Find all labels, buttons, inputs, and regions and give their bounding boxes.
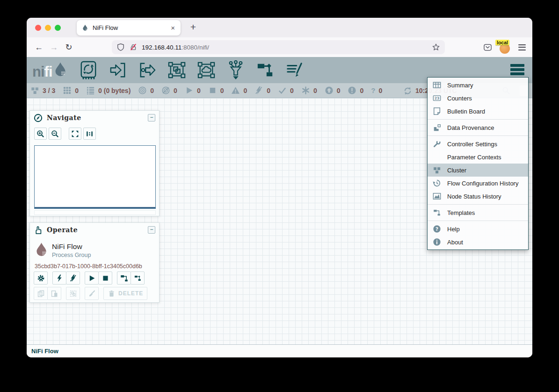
output-port-component-icon[interactable] <box>138 60 156 80</box>
url-field[interactable]: 192.168.40.11:8080/nifi/ <box>112 40 445 54</box>
invalid-warning-icon <box>231 86 240 95</box>
browser-tab[interactable]: NiFi Flow × <box>77 20 181 36</box>
window-close-button[interactable] <box>35 25 41 31</box>
firefox-menu-button[interactable] <box>518 44 526 50</box>
trash-icon <box>108 290 116 298</box>
selected-flow-id: 35cbd3b7-017b-1000-8bff-1c3405c00d6b <box>35 263 142 270</box>
zoom-out-icon <box>51 130 59 138</box>
zoom-in-button[interactable] <box>34 128 47 140</box>
menu-item-cluster[interactable]: Cluster <box>428 164 528 177</box>
zoom-actual-size-button[interactable] <box>83 128 96 140</box>
invalid-stat: 0 <box>231 86 247 95</box>
bolt-icon <box>56 274 64 282</box>
compass-icon <box>34 114 43 122</box>
menu-item-parameter-contexts[interactable]: Parameter Contexts <box>428 150 528 164</box>
navigate-collapse-button[interactable]: − <box>148 114 155 121</box>
active-threads-stat: 0 <box>63 86 79 95</box>
zoom-fit-button[interactable] <box>69 128 81 140</box>
birdseye-viewport-indicator[interactable] <box>35 207 155 208</box>
tracking-shield-icon[interactable] <box>116 43 125 51</box>
create-template-button[interactable] <box>117 271 131 285</box>
bulletin-note-icon <box>432 107 442 115</box>
disable-button[interactable] <box>66 271 80 285</box>
funnel-component-icon[interactable] <box>227 60 245 80</box>
wrench-icon <box>432 140 442 148</box>
process-group-component-icon[interactable] <box>168 60 186 80</box>
pocket-icon[interactable] <box>483 43 492 52</box>
copy-button[interactable] <box>34 287 48 300</box>
stop-icon <box>102 274 109 282</box>
input-port-component-icon[interactable] <box>109 60 127 80</box>
window-minimize-button[interactable] <box>45 25 51 31</box>
menu-item-node-status-history[interactable]: Node Status History <box>428 190 528 203</box>
group-button[interactable] <box>66 287 80 300</box>
template-component-icon[interactable] <box>256 60 274 80</box>
enable-button[interactable] <box>52 271 66 285</box>
menu-item-controller-settings[interactable]: Controller Settings <box>428 137 528 150</box>
nifi-drop-icon <box>53 61 67 79</box>
menu-item-about[interactable]: About <box>428 235 528 249</box>
menu-item-summary[interactable]: Summary <box>428 78 528 92</box>
upload-template-icon <box>134 274 142 282</box>
start-button[interactable] <box>85 271 99 285</box>
play-icon <box>88 274 96 282</box>
forward-button[interactable]: → <box>46 43 61 52</box>
delete-button[interactable]: DELETE <box>103 287 147 300</box>
process-group-drop-icon <box>35 242 48 259</box>
operate-collapse-button[interactable]: − <box>148 226 155 234</box>
menu-item-bulletin-board[interactable]: Bulletin Board <box>428 105 528 118</box>
birdseye-view[interactable] <box>34 145 156 209</box>
insecure-lock-icon[interactable] <box>129 43 138 51</box>
change-color-button[interactable] <box>85 287 99 300</box>
counters-icon <box>432 94 442 102</box>
menu-item-data-provenance[interactable]: Data Provenance <box>428 121 528 134</box>
stale-up-arrow-icon <box>325 86 334 95</box>
summary-table-icon <box>432 81 442 89</box>
back-button[interactable]: ← <box>31 43 46 52</box>
not-transmitting-icon <box>161 86 170 95</box>
cluster-cubes-icon <box>432 166 442 174</box>
operate-panel: Operate − NiFi Flow Process Group 35cbd3… <box>29 222 160 303</box>
bolt-slash-icon <box>69 274 77 282</box>
configuration-button[interactable] <box>34 271 48 285</box>
transmitting-icon <box>138 86 147 95</box>
url-text[interactable]: 192.168.40.11:8080/nifi/ <box>142 44 432 51</box>
upload-template-button[interactable] <box>131 271 145 285</box>
logo-text-fi: fi <box>44 64 52 79</box>
threads-grid-icon <box>63 86 72 95</box>
operate-panel-title: Operate <box>47 226 148 234</box>
stopped-stat: 0 <box>208 86 224 95</box>
new-tab-button[interactable]: + <box>186 21 200 35</box>
menu-item-templates[interactable]: Templates <box>428 206 528 219</box>
processor-component-icon[interactable] <box>80 60 97 80</box>
up-to-date-stat: 0 <box>278 86 294 95</box>
browser-url-bar: ← → ↻ 192.168.40.11:8080/nifi/ local <box>27 37 532 57</box>
zoom-out-button[interactable] <box>49 128 61 140</box>
refresh-icon[interactable] <box>403 86 412 95</box>
navigate-panel: Navigate − <box>29 110 160 216</box>
remote-process-group-component-icon[interactable] <box>197 60 215 80</box>
window-zoom-button[interactable] <box>55 25 61 31</box>
paste-button[interactable] <box>47 287 61 300</box>
one-to-one-icon <box>86 130 94 138</box>
navigate-panel-title: Navigate <box>47 114 148 121</box>
nifi-logo: nifi <box>32 61 67 79</box>
nifi-global-menu-button[interactable] <box>510 64 524 75</box>
breadcrumb[interactable]: NiFi Flow <box>31 348 58 355</box>
menu-item-counters[interactable]: Counters <box>428 92 528 105</box>
templates-icon <box>432 208 442 217</box>
save-template-icon <box>120 274 128 282</box>
profile-avatar[interactable]: local <box>500 42 511 53</box>
menu-item-help[interactable]: Help <box>428 222 528 235</box>
check-icon <box>278 86 287 95</box>
reload-button[interactable]: ↻ <box>61 42 76 52</box>
breadcrumb-bar: NiFi Flow <box>27 344 532 357</box>
tab-close-icon[interactable]: × <box>170 24 176 32</box>
stop-button[interactable] <box>98 271 112 285</box>
menu-item-flow-configuration-history[interactable]: Flow Configuration History <box>428 177 528 190</box>
label-component-icon[interactable] <box>286 60 304 80</box>
asterisk-icon <box>301 86 310 95</box>
copy-icon <box>37 290 45 298</box>
browser-window: NiFi Flow × + ← → ↻ 192.168.40.11:8080/n… <box>27 18 532 357</box>
bookmark-star-icon[interactable] <box>432 43 440 51</box>
